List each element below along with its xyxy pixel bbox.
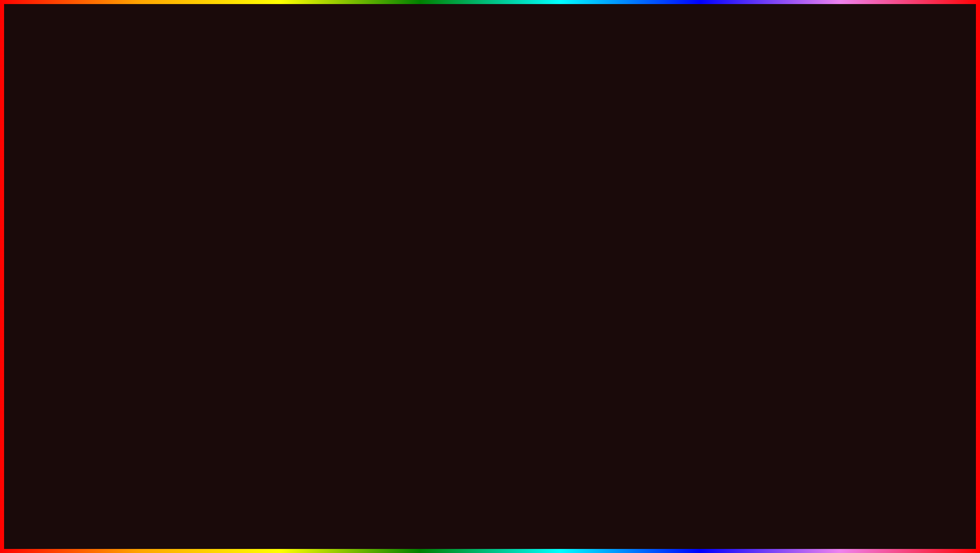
points-label: Point(s) bbox=[376, 255, 467, 262]
nav-general[interactable]: General bbox=[275, 131, 299, 137]
auto-ghost-ship-hop-row: Auto Ghost Ship (Hop) bbox=[275, 251, 366, 258]
bosses-header-row: Bosses Settings bbox=[275, 170, 366, 176]
farm-modes-select-row: Behide ▼ bbox=[376, 178, 467, 185]
auto-farm-hydra-row: Auto Farm Hydra bbox=[275, 269, 366, 276]
auto-new-world-label: Auto New World bbox=[281, 160, 326, 166]
skills-dropdown[interactable]: Z, X, C, V, B, E bbox=[376, 294, 462, 301]
rnav-settings[interactable]: Settings bbox=[667, 131, 694, 137]
auto-farm-special-bosses-label: Auto Farm Bosses bbox=[614, 321, 665, 327]
rnav-combat[interactable]: Combat bbox=[611, 131, 631, 137]
boss-checker-header: \\ Boss Checker // bbox=[376, 305, 467, 311]
auto-dungeon-row: Auto Dungeon bbox=[275, 293, 366, 300]
select-boss-label: Select Boss bbox=[281, 191, 316, 197]
rnav-general[interactable]: General bbox=[502, 131, 525, 137]
auto-sunken-blade-hop: Auto Sunken Blade [Hop] bbox=[608, 217, 705, 224]
raid-boss-header: \\ Raid Boss // bbox=[608, 228, 705, 233]
sword-label: Sword bbox=[382, 241, 398, 247]
farm-distance-fill bbox=[376, 211, 415, 215]
sea-beast-header: \\ Sea Beast // bbox=[275, 210, 366, 216]
auto-mace-kaido: Auto Mace Kaido bbox=[608, 250, 705, 257]
auto-shark-blade-hop: Auto Shark Blade [Hop] bbox=[502, 217, 599, 224]
rp-divider4 bbox=[608, 294, 705, 294]
points-text: 3/100 bbox=[452, 263, 464, 267]
nav-settings[interactable]: Settings bbox=[440, 131, 467, 137]
right-panel-nav: General Automatics Essentials Combat Vis… bbox=[502, 131, 705, 140]
auto-farm-all-bosses-row: Auto Farm All Bosses bbox=[275, 183, 366, 190]
rnav-automatics[interactable]: Automatics bbox=[532, 131, 565, 137]
auto-bisento: Auto Bisento bbox=[502, 153, 599, 160]
sea-beast-x: ✗ bbox=[376, 314, 379, 320]
nav-essentials[interactable]: Essentials bbox=[344, 131, 378, 137]
auto-farm-bosses-row: Auto Farm Bosses bbox=[275, 176, 366, 183]
hydra-checker-label: Hydra bbox=[381, 329, 397, 335]
auto-cave-dungeon-label: Auto Cave Dungeon bbox=[281, 300, 336, 306]
script-label: SCRIPT bbox=[418, 486, 585, 538]
auto-skill-label: Auto Skill bbox=[382, 279, 414, 285]
auto-sea-beast-row: Auto Sea Beast bbox=[275, 218, 366, 225]
settings-header: \\ Settings // bbox=[376, 145, 467, 151]
special-boss-dropdown[interactable]: Kaido bbox=[608, 312, 700, 320]
rnav-essentials[interactable]: Essentials bbox=[571, 131, 605, 137]
auto-farm-hydra-hop-row: Auto Farm Hydra (Hop) bbox=[275, 276, 366, 284]
select-skills-label: Select Skills bbox=[376, 286, 467, 293]
boss-select-dropdown[interactable]: Prince Aria [Lv. 3700] bbox=[275, 198, 366, 206]
auto-muramasa: Auto Muramasa bbox=[608, 264, 705, 271]
auto-pole: Auto Pole bbox=[502, 181, 599, 188]
ghost-ship-checker-row: ✗ Ghost Ship : Not Spawn. bbox=[376, 321, 467, 328]
auto-hell-sword-hop: Auto Hell Sword [Hop] bbox=[608, 243, 705, 250]
auto-shark-blade: Auto Shark Blade bbox=[502, 210, 599, 217]
mrs-x: ✗ bbox=[502, 304, 505, 310]
farm-modes-dropdown[interactable]: Behide bbox=[376, 178, 462, 185]
weapon-select-row: Sword ▼ bbox=[376, 161, 467, 168]
bosses-label: Bosses Settings bbox=[275, 170, 321, 176]
king-x: ✗ bbox=[502, 319, 505, 326]
nav-visuals[interactable]: Visuals bbox=[410, 131, 433, 137]
hydra-checker-status: : Not Spawn. bbox=[399, 329, 437, 335]
auto-ghost-ship-label: Auto Ghost Ship bbox=[281, 244, 330, 250]
auto-metal-trident: Auto Metal Trident bbox=[608, 195, 705, 202]
special-boss-arrow: ▼ bbox=[702, 313, 705, 319]
special-boss-select-row: Kaido ▼ bbox=[608, 312, 705, 320]
select-weapon-label: Select Weapon bbox=[376, 153, 467, 160]
mrs-status: : Not Spawn. bbox=[544, 304, 583, 310]
left-panel-title: Xenon Hub V2 Add-On Scripts - Tuesday, J… bbox=[275, 122, 467, 129]
sea-beast-checker-status: : Not Spawn. bbox=[412, 314, 450, 320]
nav-automatics[interactable]: Automatics bbox=[305, 131, 338, 137]
ghost-ship-x: ✗ bbox=[376, 321, 379, 328]
rp-divider1 bbox=[502, 225, 599, 226]
nav-combat[interactable]: Combat bbox=[384, 131, 404, 137]
left-panel-nav: General Automatics Essentials Combat Vis… bbox=[275, 131, 467, 140]
dragon-status: : Not Spawn. bbox=[547, 312, 586, 318]
rnav-visuals[interactable]: Visuals bbox=[637, 131, 660, 137]
auto-mom-blade: Auto Mom Blade bbox=[502, 278, 599, 285]
auto-anubis-axe: Auto Anubis Axe bbox=[608, 153, 705, 160]
skill-settings-header: \\ Skill Settings // bbox=[376, 271, 467, 276]
red-indicator bbox=[275, 154, 279, 158]
auto-authentic-katana: Auto Authentic Katana bbox=[502, 235, 599, 243]
auto-mace-kaido-hop: Auto Mace Kaido [Hop] bbox=[608, 257, 705, 264]
weapon-select-dropdown[interactable]: Sword bbox=[376, 161, 462, 168]
auto-cave-dungeon-row: Auto Cave Dungeon bbox=[275, 300, 366, 307]
auto-muramasa-hop: Auto Muramasa [Hop] bbox=[608, 271, 705, 278]
farm-distance-text: 13/30 bbox=[452, 211, 464, 215]
auto-authentic-katana-hop: Auto Authentic Katana [Hop] bbox=[502, 243, 599, 250]
divider-skills bbox=[376, 268, 467, 269]
farm-distance-bar: 13/30 bbox=[376, 211, 467, 215]
weapon-arrow: ▼ bbox=[463, 162, 466, 167]
dungeons-header-row: Dungeons Setting 1 Setting 2 bbox=[275, 287, 366, 293]
auto-farm-level-label: Auto Farm Level bbox=[281, 153, 330, 159]
special-header: \\ Special // bbox=[502, 228, 599, 233]
panels-container: Xenon Hub V2 Add-On Scripts - Tuesday, J… bbox=[0, 117, 980, 341]
divider5 bbox=[275, 285, 366, 286]
ghost-ship-checker-status: : Not Spawn. bbox=[415, 322, 453, 328]
right-panel-title: Xenon Hub V2 Add-On Scripts - Tuesday, J… bbox=[502, 122, 705, 129]
main-title: KING LEGACY bbox=[185, 10, 794, 103]
auto-farm-modes-label: Auto Farm Modes bbox=[376, 169, 467, 177]
title-container: KING LEGACY bbox=[0, 10, 980, 103]
boss-select-row: Prince Aria [Lv. 3700] bbox=[275, 198, 366, 206]
points-fill bbox=[376, 263, 378, 267]
lock-level-input[interactable] bbox=[376, 194, 467, 201]
king-status: : Not Spawn bbox=[547, 320, 582, 326]
auto-cookie-blade: Auto Cookie Blade bbox=[608, 181, 705, 188]
auto-sea-beast-hop-label: Auto Sea Beast (Hop) bbox=[281, 225, 345, 231]
